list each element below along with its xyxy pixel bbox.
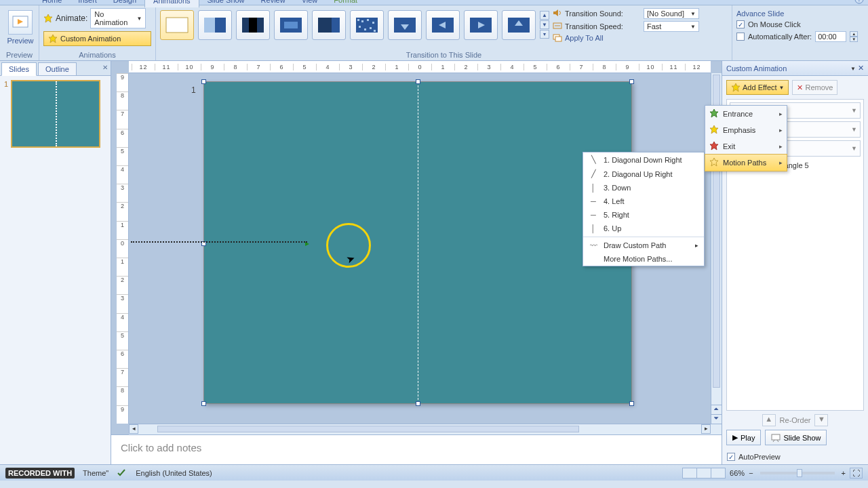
tab-slideshow[interactable]: Slide Show xyxy=(199,0,253,7)
svg-rect-23 xyxy=(374,30,376,32)
effect-motion-paths[interactable]: Motion Paths▸ xyxy=(705,154,787,171)
zoom-in-button[interactable]: + xyxy=(842,469,846,477)
path-down[interactable]: │3. Down xyxy=(583,181,704,195)
auto-after-checkbox[interactable] xyxy=(736,33,745,41)
trans-sound-dropdown[interactable]: [No Sound]▼ xyxy=(644,8,699,19)
tab-design[interactable]: Design xyxy=(105,0,144,7)
play-button[interactable]: ▶Play xyxy=(726,430,761,445)
custom-animation-button[interactable]: Custom Animation xyxy=(43,31,151,46)
effect-emphasis[interactable]: Emphasis▸ xyxy=(705,122,787,138)
pane-close-icon[interactable]: ✕ xyxy=(858,64,864,72)
tab-format[interactable]: Format xyxy=(326,0,366,7)
svg-rect-20 xyxy=(359,26,361,28)
svg-rect-35 xyxy=(555,37,561,41)
apply-to-all-button[interactable]: Apply To All xyxy=(553,34,699,42)
svg-marker-44 xyxy=(710,158,718,166)
reorder-down-button[interactable]: ▼ xyxy=(814,414,828,426)
path-diag-up-right[interactable]: ╱2. Diagonal Up Right xyxy=(583,167,704,181)
transition-a[interactable] xyxy=(236,10,270,40)
auto-after-label: Automatically After: xyxy=(748,33,812,41)
path-diag-down-right[interactable]: ╲1. Diagonal Down Right xyxy=(583,152,704,167)
zoom-level[interactable]: 66% xyxy=(730,469,745,477)
motion-path-endpoint-icon: ▸ xyxy=(305,239,309,248)
resize-handle-s[interactable] xyxy=(416,401,420,406)
slide-thumbnail[interactable] xyxy=(11,80,100,148)
animate-label: Animate: xyxy=(56,14,87,23)
fit-window-button[interactable]: ⛶ xyxy=(850,468,863,479)
svg-rect-17 xyxy=(361,20,363,22)
effect-entrance[interactable]: Entrance▸ xyxy=(705,106,787,122)
close-panel-icon[interactable]: ✕ xyxy=(102,64,108,71)
time-spinner[interactable]: ▲▼ xyxy=(850,31,858,42)
tab-animations[interactable]: Animations xyxy=(144,0,199,7)
animate-star-icon xyxy=(43,14,53,23)
zoom-out-button[interactable]: − xyxy=(749,469,753,477)
tab-review[interactable]: Review xyxy=(253,0,294,7)
gallery-scroller[interactable]: ▲▼▾ xyxy=(540,11,549,39)
preview-button[interactable] xyxy=(8,10,33,35)
view-normal[interactable] xyxy=(682,468,697,479)
on-click-checkbox[interactable]: ✓ xyxy=(736,20,745,28)
next-slide-nav[interactable]: ⏷ xyxy=(711,414,722,424)
autopreview-checkbox[interactable]: ✓ xyxy=(727,453,735,461)
transition-fade[interactable] xyxy=(198,10,232,40)
resize-handle-ne[interactable] xyxy=(629,79,634,84)
animate-dropdown[interactable]: No Animation▼ xyxy=(90,8,146,28)
reorder-up-button[interactable]: ▲ xyxy=(762,414,776,426)
notes-pane[interactable]: Click to add notes xyxy=(111,434,722,464)
svg-rect-12 xyxy=(284,22,298,28)
transition-wipe-up[interactable] xyxy=(502,10,536,40)
spellcheck-icon[interactable] xyxy=(117,468,127,479)
tab-home[interactable]: Home xyxy=(34,0,70,7)
resize-handle-se[interactable] xyxy=(629,401,634,406)
tab-insert[interactable]: Insert xyxy=(70,0,105,7)
tab-slides[interactable]: Slides xyxy=(1,62,37,76)
resize-handle-n[interactable] xyxy=(416,79,420,84)
add-effect-button[interactable]: Add Effect▼ xyxy=(726,80,789,95)
transition-gallery[interactable]: ▲▼▾ xyxy=(160,10,549,40)
svg-rect-8 xyxy=(204,18,215,33)
transition-wipe-right[interactable] xyxy=(464,10,498,40)
trans-speed-dropdown[interactable]: Fast▼ xyxy=(644,21,699,32)
view-sorter[interactable] xyxy=(696,468,711,479)
language-label[interactable]: English (United States) xyxy=(136,469,212,477)
resize-handle-nw[interactable] xyxy=(201,79,206,84)
svg-marker-5 xyxy=(49,35,57,43)
svg-rect-38 xyxy=(772,434,780,440)
effect-exit[interactable]: Exit▸ xyxy=(705,138,787,155)
preview-label: Preview xyxy=(4,37,37,45)
animations-group-label: Animations xyxy=(43,49,151,60)
vertical-guide xyxy=(418,82,418,403)
help-icon[interactable]: ? xyxy=(854,0,864,4)
transition-none[interactable] xyxy=(160,10,194,40)
tab-outline[interactable]: Outline xyxy=(38,62,77,75)
status-bar: RECORDED WITH Theme" English (United Sta… xyxy=(0,464,868,481)
view-slideshow[interactable] xyxy=(711,468,726,479)
transition-b[interactable] xyxy=(274,10,308,40)
transition-wipe-down[interactable] xyxy=(388,10,422,40)
trans-sound-label: Transition Sound: xyxy=(565,9,641,18)
path-left[interactable]: ─4. Left xyxy=(583,195,704,208)
tab-view[interactable]: View xyxy=(294,0,326,7)
slideshow-button[interactable]: Slide Show xyxy=(765,430,827,445)
transition-dissolve[interactable] xyxy=(350,10,384,40)
path-up[interactable]: │6. Up xyxy=(583,222,704,235)
slides-panel: Slides Outline ✕ 1 xyxy=(0,61,111,464)
pane-menu-icon[interactable]: ▼ xyxy=(850,66,856,72)
auto-after-time[interactable]: 00:00 xyxy=(815,31,846,42)
more-motion-paths[interactable]: More Motion Paths... xyxy=(583,252,704,266)
remove-effect-button[interactable]: ✕Remove xyxy=(792,80,837,95)
zoom-slider[interactable] xyxy=(760,472,835,474)
transition-wipe-left[interactable] xyxy=(426,10,460,40)
draw-custom-path[interactable]: 〰Draw Custom Path▸ xyxy=(583,239,704,252)
resize-handle-sw[interactable] xyxy=(201,401,206,406)
slide-canvas[interactable]: ➤ xyxy=(203,81,632,404)
speed-icon xyxy=(553,22,562,31)
ribbon-tabs: Home Insert Design Animations Slide Show… xyxy=(0,0,868,5)
horizontal-scrollbar[interactable]: ◂▸ xyxy=(129,424,722,434)
prev-slide-nav[interactable]: ⏶ xyxy=(711,405,722,414)
transition-c[interactable] xyxy=(312,10,346,40)
path-right[interactable]: ─5. Right xyxy=(583,208,704,222)
add-effect-menu: Entrance▸ Emphasis▸ Exit▸ Motion Paths▸ xyxy=(705,105,787,171)
svg-rect-19 xyxy=(372,22,374,24)
